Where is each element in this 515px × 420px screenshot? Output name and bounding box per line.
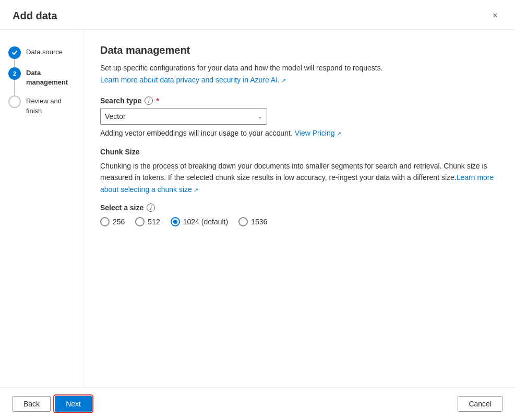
dropdown-chevron-icon: ⌄ [257, 113, 262, 120]
chunk-1024-option[interactable]: 1024 (default) [171, 217, 228, 226]
step-label-review-finish: Review and finish [26, 95, 75, 115]
view-pricing-link[interactable]: View Pricing↗ [295, 129, 341, 137]
chunk-512-option[interactable]: 512 [135, 217, 160, 226]
chunk-1024-radio[interactable] [171, 217, 180, 226]
content-area: Data management Set up specific configur… [83, 30, 515, 387]
step-circle-review-finish [8, 95, 21, 108]
step-data-source: Data source [8, 42, 75, 63]
back-button[interactable]: Back [13, 396, 51, 412]
next-button[interactable]: Next [55, 396, 92, 412]
cancel-button[interactable]: Cancel [458, 396, 502, 412]
chunk-256-label: 256 [113, 218, 125, 226]
chunk-1536-radio[interactable] [238, 217, 248, 226]
chunk-256-option[interactable]: 256 [100, 217, 125, 226]
step-review-finish: Review and finish [8, 91, 75, 119]
select-size-label: Select a size i [100, 203, 498, 212]
chunk-1024-label: 1024 (default) [183, 218, 228, 226]
description-text: Set up specific configurations for your … [100, 63, 498, 74]
step-label-data-source: Data source [26, 46, 63, 57]
chunk-size-title: Chunk Size [100, 148, 498, 156]
chunk-external-icon: ↗ [194, 187, 198, 193]
search-type-dropdown[interactable]: Vector ⌄ [100, 108, 267, 125]
chunk-512-radio[interactable] [135, 217, 145, 226]
step-circle-data-management: 2 [8, 67, 21, 80]
chunk-size-radio-group: 256 512 1024 (default) 1536 [100, 217, 498, 226]
chunk-256-radio[interactable] [100, 217, 110, 226]
external-link-icon: ↗ [281, 77, 286, 83]
modal-footer: Back Next Cancel [0, 387, 515, 420]
add-data-modal: Add data × Data source 2 Data management [0, 0, 515, 420]
search-type-label: Search type i * [100, 97, 498, 105]
select-size-info-icon[interactable]: i [147, 203, 155, 212]
pricing-note: Adding vector embeddings will incur usag… [100, 129, 498, 137]
close-button[interactable]: × [488, 8, 502, 23]
learn-more-link[interactable]: Learn more about data privacy and securi… [100, 76, 286, 84]
chunk-size-section: Chunk Size Chunking is the process of br… [100, 148, 498, 226]
modal-body: Data source 2 Data management Review and… [0, 30, 515, 387]
search-type-info-icon[interactable]: i [145, 97, 153, 105]
modal-header: Add data × [0, 0, 515, 30]
step-label-data-management: Data management [26, 67, 75, 87]
chunk-512-label: 512 [148, 218, 160, 226]
chunk-size-description: Chunking is the process of breaking down… [100, 160, 498, 195]
step-circle-data-source [8, 46, 21, 59]
sidebar: Data source 2 Data management Review and… [0, 30, 83, 387]
required-indicator: * [156, 97, 159, 105]
search-type-section: Search type i * Vector ⌄ Adding vector e… [100, 97, 498, 137]
content-title: Data management [100, 44, 498, 56]
step-data-management: 2 Data management [8, 63, 75, 91]
chunk-1536-label: 1536 [251, 218, 267, 226]
modal-title: Add data [13, 10, 57, 22]
footer-left-buttons: Back Next [13, 396, 92, 412]
chunk-1536-option[interactable]: 1536 [238, 217, 267, 226]
pricing-external-icon: ↗ [337, 130, 341, 137]
